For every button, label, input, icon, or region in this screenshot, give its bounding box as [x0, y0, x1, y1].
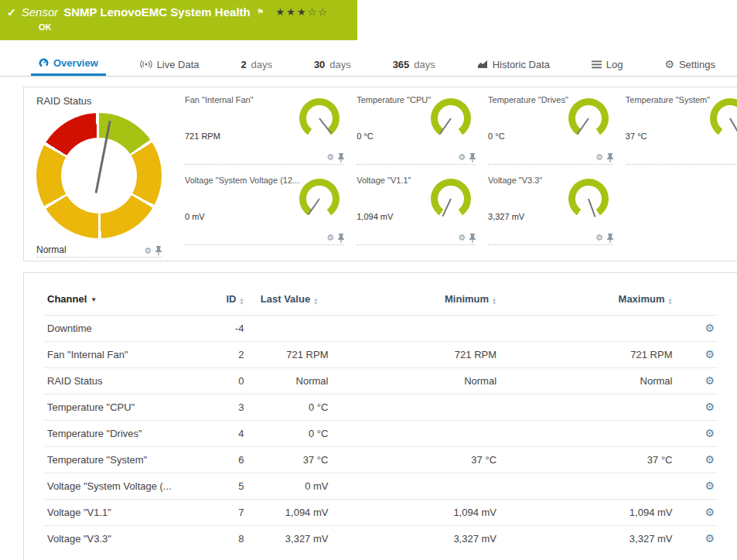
channel-minimum: 1,094 mV — [331, 500, 500, 526]
gear-icon[interactable]: ⚙ — [326, 153, 334, 162]
channel-name[interactable]: Downtime — [44, 316, 193, 342]
channel-settings-gear-icon[interactable]: ⚙ — [705, 401, 715, 413]
channel-maximum: Normal — [500, 368, 675, 394]
channel-settings-gear-icon[interactable]: ⚙ — [705, 427, 715, 439]
historic-data-chart-icon — [477, 60, 488, 69]
gauge-dial — [299, 179, 339, 219]
pin-icon[interactable] — [469, 234, 476, 243]
channel-name[interactable]: RAID Status — [44, 368, 193, 394]
object-kind-label: Sensor — [22, 5, 59, 19]
col-header-maximum[interactable]: Maximum▲▼ — [500, 285, 675, 316]
channel-name[interactable]: Temperature "CPU" — [44, 394, 193, 421]
pin-icon[interactable] — [607, 153, 613, 162]
channel-last-value: 0 °C — [247, 394, 331, 421]
channel-last-value: 721 RPM — [247, 342, 331, 368]
tab-2-days-number: 2 — [241, 59, 246, 70]
table-row: Voltage "System Voltage (... 5 0 mV ⚙ — [44, 473, 718, 500]
tab-2-days[interactable]: 2 days — [233, 53, 280, 76]
channel-name[interactable]: Voltage "V3.3" — [44, 526, 193, 552]
channel-settings-gear-icon[interactable]: ⚙ — [705, 348, 715, 360]
channel-minimum: 721 RPM — [331, 342, 500, 368]
tab-overview[interactable]: Overview — [31, 53, 106, 76]
pin-icon[interactable] — [155, 246, 162, 255]
channel-settings-gear-icon[interactable]: ⚙ — [705, 532, 715, 545]
channel-maximum: 1,094 mV — [500, 500, 675, 526]
gear-icon[interactable]: ⚙ — [458, 234, 466, 242]
channel-maximum — [500, 421, 675, 447]
gauge-dial — [568, 98, 609, 138]
prtg-sensor-page: { "icons": { "gear": "⚙", "check": "✓", … — [0, 0, 737, 560]
gauge-needle — [94, 121, 111, 193]
tab-30-days[interactable]: 30 days — [306, 53, 359, 76]
gauge-needle — [577, 118, 589, 135]
gear-icon[interactable]: ⚙ — [595, 153, 603, 162]
channel-maximum — [500, 394, 675, 421]
channel-name[interactable]: Temperature "Drives" — [44, 421, 193, 447]
gear-icon[interactable]: ⚙ — [458, 153, 466, 162]
channel-last-value — [247, 316, 331, 342]
flag-icon[interactable]: ⚑ — [257, 7, 264, 17]
tab-historic-data[interactable]: Historic Data — [469, 53, 558, 76]
gauge-needle — [319, 118, 332, 134]
table-row: Temperature "System" 6 37 °C 37 °C 37 °C… — [44, 447, 718, 473]
channel-name[interactable]: Voltage "System Voltage (... — [44, 473, 193, 500]
overview-content: RAID Status Normal ⚙ Fan "Internal Fan" … — [23, 87, 737, 560]
tab-2-days-unit: days — [251, 59, 272, 70]
tab-settings[interactable]: ⚙ Settings — [657, 53, 723, 76]
pin-icon[interactable] — [607, 234, 613, 243]
sensor-title: SNMP LenovoEMC System Health — [63, 5, 250, 19]
log-list-icon — [592, 60, 602, 69]
channel-name[interactable]: Fan "Internal Fan" — [44, 342, 193, 368]
channels-table: Channel▼ ID▲▼ Last Value▲▼ Minimum▲▼ Max… — [44, 285, 718, 551]
channel-minimum — [331, 421, 500, 447]
gauge-dial — [568, 179, 609, 219]
gauge-tile-temp-system: Temperature "System" 37 °C ⚙ — [626, 95, 737, 165]
table-row: Voltage "V3.3" 8 3,327 mV 3,327 mV 3,327… — [44, 526, 718, 552]
channel-settings-gear-icon[interactable]: ⚙ — [705, 506, 715, 518]
priority-stars[interactable]: ★★★☆☆ — [276, 6, 329, 18]
channel-last-value: 0 °C — [247, 421, 331, 447]
tab-settings-label: Settings — [679, 59, 715, 70]
channel-maximum: 37 °C — [500, 447, 675, 473]
pin-icon[interactable] — [338, 153, 344, 162]
pin-icon[interactable] — [469, 153, 476, 162]
col-header-minimum[interactable]: Minimum▲▼ — [331, 285, 500, 316]
channel-minimum: 3,327 mV — [331, 526, 500, 552]
channel-minimum — [331, 473, 500, 500]
pin-icon[interactable] — [338, 234, 344, 243]
channel-settings-gear-icon[interactable]: ⚙ — [705, 453, 715, 466]
channel-last-value: 37 °C — [247, 447, 331, 473]
channel-settings-gear-icon[interactable]: ⚙ — [705, 322, 715, 334]
tab-live-data-label: Live Data — [157, 59, 200, 70]
col-header-id[interactable]: ID▲▼ — [193, 285, 247, 316]
channel-minimum — [331, 316, 500, 342]
col-header-channel[interactable]: Channel▼ — [44, 285, 193, 316]
gauge-value: 3,327 mV — [488, 212, 524, 221]
tab-log[interactable]: Log — [584, 53, 631, 76]
channel-settings-gear-icon[interactable]: ⚙ — [705, 374, 715, 387]
gear-icon[interactable]: ⚙ — [326, 234, 334, 242]
tab-365-days-unit: days — [414, 59, 435, 70]
tab-bar: Overview Live Data 2 days 30 days 365 da… — [0, 53, 737, 77]
tab-overview-label: Overview — [53, 57, 98, 69]
gear-icon[interactable]: ⚙ — [144, 247, 152, 255]
channel-id: 0 — [193, 368, 247, 394]
col-header-last-value[interactable]: Last Value▲▼ — [247, 285, 331, 316]
raid-status-value: Normal — [36, 244, 67, 255]
sort-desc-icon: ▼ — [90, 296, 97, 303]
tab-live-data[interactable]: Live Data — [132, 53, 207, 76]
gear-icon[interactable]: ⚙ — [595, 234, 603, 242]
channel-settings-gear-icon[interactable]: ⚙ — [705, 480, 715, 492]
channel-minimum: Normal — [331, 368, 500, 394]
col-header-actions — [675, 285, 718, 316]
gauge-value: 0 °C — [357, 131, 374, 141]
tab-365-days-number: 365 — [393, 59, 410, 70]
tab-365-days[interactable]: 365 days — [385, 53, 443, 76]
sort-icon: ▲▼ — [492, 298, 496, 306]
channel-name[interactable]: Temperature "System" — [44, 447, 193, 473]
gauge-tile-temp-drives: Temperature "Drives" 0 °C ⚙ — [488, 95, 613, 165]
gauge-tile-voltage-v11: Voltage "V1.1" 1,094 mV ⚙ — [357, 176, 476, 245]
channel-name[interactable]: Voltage "V1.1" — [44, 500, 193, 526]
channel-maximum — [500, 316, 675, 342]
table-row: Temperature "CPU" 3 0 °C ⚙ — [44, 394, 718, 421]
